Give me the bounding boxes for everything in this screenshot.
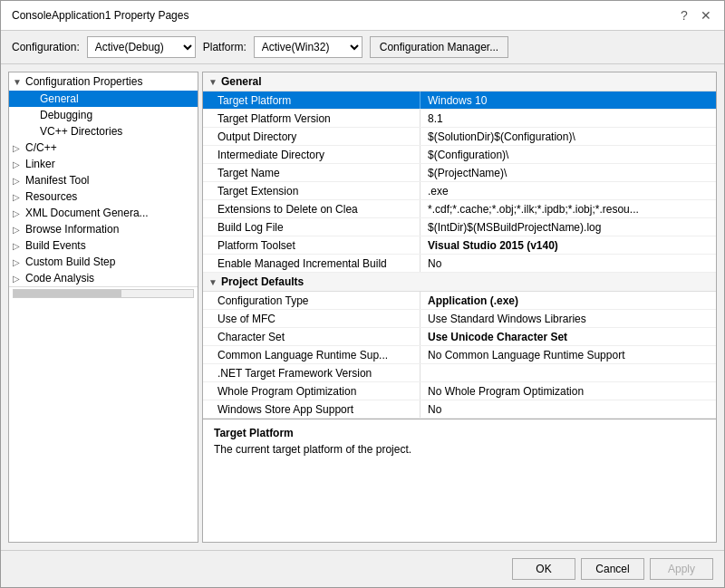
sidebar-item-label-cpp: C/C++: [25, 141, 57, 154]
section-header-project-defaults[interactable]: ▼Project Defaults: [203, 273, 716, 292]
prop-name-target-extension: Target Extension: [203, 182, 420, 199]
prop-value-net-target: [420, 364, 716, 381]
tree-arrow-xml-document: ▷: [13, 208, 25, 218]
sidebar-item-label-debugging: Debugging: [40, 109, 92, 121]
sidebar-item-linker[interactable]: ▷Linker: [9, 156, 198, 172]
tree-arrow-linker: ▷: [13, 159, 25, 169]
prop-name-platform-toolset: Platform Toolset: [203, 236, 420, 254]
sidebar-item-label-vc-directories: VC++ Directories: [40, 125, 122, 138]
cancel-button[interactable]: Cancel: [581, 558, 644, 580]
sidebar-item-build-events[interactable]: ▷Build Events: [9, 237, 198, 254]
prop-value-enable-managed: No: [420, 255, 716, 272]
prop-name-output-directory: Output Directory: [203, 128, 420, 145]
tree-items-container: GeneralDebuggingVC++ Directories▷C/C++▷L…: [9, 91, 198, 286]
ok-button[interactable]: OK: [512, 558, 575, 580]
section-header-general[interactable]: ▼General: [203, 72, 716, 92]
property-row-clr-support[interactable]: Common Language Runtime Sup...No Common …: [203, 346, 716, 364]
sidebar-item-label-build-events: Build Events: [25, 239, 86, 252]
section-general: ▼GeneralTarget PlatformWindows 10Target …: [203, 72, 716, 273]
prop-name-clr-support: Common Language Runtime Sup...: [203, 346, 420, 363]
property-row-config-type[interactable]: Configuration TypeApplication (.exe): [203, 292, 716, 310]
tree-arrow-browse-info: ▷: [13, 225, 25, 235]
prop-name-intermediate-directory: Intermediate Directory: [203, 146, 420, 163]
property-row-output-directory[interactable]: Output Directory$(SolutionDir)$(Configur…: [203, 128, 716, 146]
description-panel: Target Platform The current target platf…: [203, 419, 716, 473]
property-row-whole-program[interactable]: Whole Program OptimizationNo Whole Progr…: [203, 382, 716, 400]
sidebar-item-resources[interactable]: ▷Resources: [9, 188, 198, 205]
section-arrow-project-defaults: ▼: [208, 277, 218, 287]
prop-value-extensions-delete: *.cdf;*.cache;*.obj;*.ilk;*.ipdb;*.iobj;…: [420, 200, 716, 217]
dialog-title: ConsoleApplication1 Property Pages: [12, 9, 188, 22]
section-project-defaults: ▼Project DefaultsConfiguration TypeAppli…: [203, 273, 716, 419]
property-row-target-platform[interactable]: Target PlatformWindows 10: [203, 92, 716, 110]
prop-name-build-log-file: Build Log File: [203, 218, 420, 236]
property-row-target-platform-version[interactable]: Target Platform Version8.1: [203, 110, 716, 128]
close-button[interactable]: ✕: [699, 8, 713, 23]
prop-value-character-set: Use Unicode Character Set: [420, 328, 716, 345]
sidebar-item-cpp[interactable]: ▷C/C++: [9, 140, 198, 156]
sidebar-item-label-manifest-tool: Manifest Tool: [25, 174, 89, 187]
prop-value-target-platform-version: 8.1: [420, 110, 716, 127]
config-manager-button[interactable]: Configuration Manager...: [370, 36, 508, 58]
help-button[interactable]: ?: [677, 8, 691, 23]
section-arrow-general: ▼: [208, 77, 218, 87]
property-row-target-name[interactable]: Target Name$(ProjectName)\: [203, 164, 716, 182]
sidebar-item-browse-info[interactable]: ▷Browse Information: [9, 221, 198, 237]
title-bar: ConsoleApplication1 Property Pages ? ✕: [1, 1, 724, 31]
sidebar-item-general[interactable]: General: [9, 91, 198, 107]
property-row-character-set[interactable]: Character SetUse Unicode Character Set: [203, 328, 716, 346]
left-panel: ▼ Configuration Properties GeneralDebugg…: [8, 72, 198, 543]
sidebar-item-vc-directories[interactable]: VC++ Directories: [9, 123, 198, 140]
prop-name-windows-store: Windows Store App Support: [203, 400, 420, 418]
property-row-build-log-file[interactable]: Build Log File$(IntDir)$(MSBuildProjectN…: [203, 218, 716, 236]
sidebar-item-label-browse-info: Browse Information: [25, 223, 119, 236]
sections-container: ▼GeneralTarget PlatformWindows 10Target …: [203, 72, 716, 419]
property-pages-dialog: ConsoleApplication1 Property Pages ? ✕ C…: [0, 0, 725, 588]
sidebar-item-label-general: General: [40, 92, 79, 105]
config-properties-label: Configuration Properties: [25, 75, 142, 88]
sidebar-item-xml-document[interactable]: ▷XML Document Genera...: [9, 205, 198, 221]
sidebar-item-label-linker: Linker: [25, 158, 55, 170]
description-text: The current target platform of the proje…: [214, 443, 705, 456]
toolbar: Configuration: Active(Debug) Platform: A…: [1, 31, 724, 64]
section-label-project-defaults: Project Defaults: [221, 275, 304, 288]
sidebar-item-label-resources: Resources: [25, 190, 77, 203]
tree-arrow-build-events: ▷: [13, 241, 25, 251]
bottom-bar: OK Cancel Apply: [1, 550, 724, 587]
prop-name-use-mfc: Use of MFC: [203, 310, 420, 327]
prop-value-target-name: $(ProjectName)\: [420, 164, 716, 181]
property-row-extensions-delete[interactable]: Extensions to Delete on Clea*.cdf;*.cach…: [203, 200, 716, 218]
property-row-platform-toolset[interactable]: Platform ToolsetVisual Studio 2015 (v140…: [203, 236, 716, 255]
prop-value-config-type: Application (.exe): [420, 292, 716, 309]
right-panel: ▼GeneralTarget PlatformWindows 10Target …: [202, 72, 717, 543]
property-row-net-target[interactable]: .NET Target Framework Version: [203, 364, 716, 382]
section-label-general: General: [221, 75, 262, 88]
property-row-use-mfc[interactable]: Use of MFCUse Standard Windows Libraries: [203, 310, 716, 328]
prop-value-platform-toolset: Visual Studio 2015 (v140): [420, 236, 716, 254]
sidebar-item-manifest-tool[interactable]: ▷Manifest Tool: [9, 172, 198, 188]
prop-name-whole-program: Whole Program Optimization: [203, 382, 420, 400]
sidebar-item-custom-build[interactable]: ▷Custom Build Step: [9, 254, 198, 270]
prop-value-clr-support: No Common Language Runtime Support: [420, 346, 716, 363]
prop-value-target-extension: .exe: [420, 182, 716, 199]
prop-name-config-type: Configuration Type: [203, 292, 420, 309]
sidebar-item-label-code-analysis: Code Analysis: [25, 272, 94, 284]
configuration-label: Configuration:: [12, 41, 80, 53]
property-row-intermediate-directory[interactable]: Intermediate Directory$(Configuration)\: [203, 146, 716, 164]
tree-arrow-manifest-tool: ▷: [13, 176, 25, 186]
apply-button[interactable]: Apply: [650, 558, 713, 580]
platform-select[interactable]: Active(Win32): [254, 36, 362, 58]
configuration-select[interactable]: Active(Debug): [87, 36, 196, 58]
sidebar-item-code-analysis[interactable]: ▷Code Analysis: [9, 270, 198, 286]
main-content: ▼ Configuration Properties GeneralDebugg…: [1, 64, 724, 550]
prop-name-target-name: Target Name: [203, 164, 420, 181]
sidebar-item-debugging[interactable]: Debugging: [9, 107, 198, 123]
prop-value-use-mfc: Use Standard Windows Libraries: [420, 310, 716, 327]
property-row-enable-managed[interactable]: Enable Managed Incremental BuildNo: [203, 255, 716, 273]
property-row-windows-store[interactable]: Windows Store App SupportNo: [203, 400, 716, 419]
prop-value-build-log-file: $(IntDir)$(MSBuildProjectName).log: [420, 218, 716, 236]
property-row-target-extension[interactable]: Target Extension.exe: [203, 182, 716, 200]
prop-name-net-target: .NET Target Framework Version: [203, 364, 420, 381]
prop-value-output-directory: $(SolutionDir)$(Configuration)\: [420, 128, 716, 145]
prop-value-target-platform: Windows 10: [420, 92, 716, 109]
